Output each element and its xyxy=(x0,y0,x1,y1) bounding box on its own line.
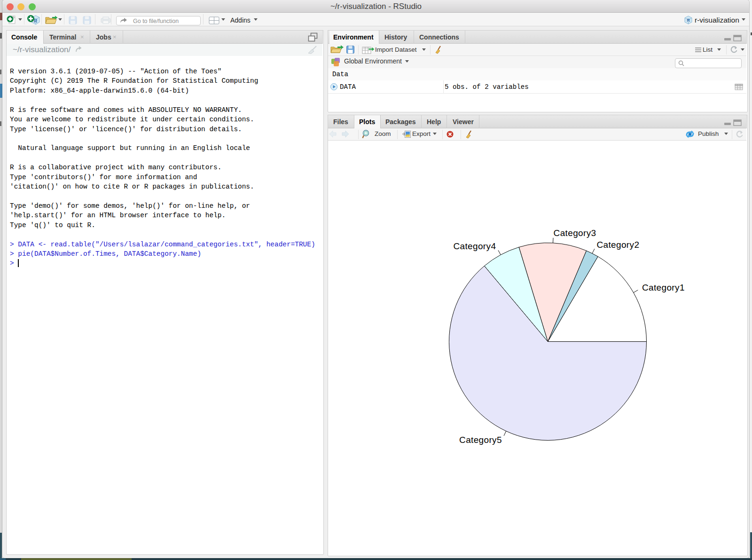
svg-text:Category4: Category4 xyxy=(453,241,496,251)
svg-text:R: R xyxy=(687,18,690,23)
svg-text:Category1: Category1 xyxy=(642,283,685,292)
svg-text:Category3: Category3 xyxy=(554,228,596,238)
svg-text:R: R xyxy=(34,18,38,24)
svg-text:Category5: Category5 xyxy=(459,435,502,445)
svg-text:Category2: Category2 xyxy=(597,240,640,250)
